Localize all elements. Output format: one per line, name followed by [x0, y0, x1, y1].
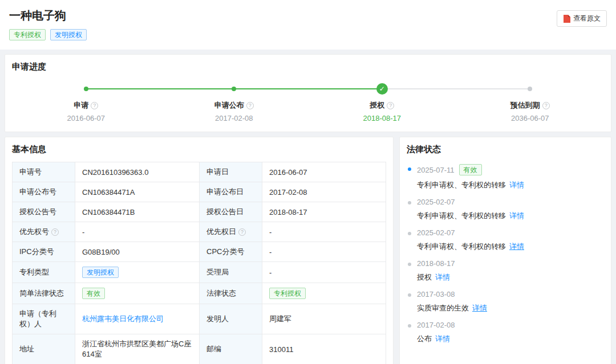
legal-text-row: 实质审查的生效详情: [417, 303, 604, 313]
application-progress-card: 申请进度 申请?2016-06-07申请公布?2017-02-08✓授权?201…: [5, 54, 611, 132]
field-label: 优先权号?: [13, 222, 75, 242]
progress-timeline: 申请?2016-06-07申请公布?2017-02-08✓授权?2018-08-…: [12, 83, 604, 122]
step-date: 2018-08-17: [308, 114, 456, 122]
step-date: 2016-06-07: [12, 114, 160, 122]
field-value: 杭州露韦美日化有限公司: [75, 304, 200, 334]
help-icon[interactable]: ?: [51, 228, 59, 236]
view-original-label: 查看原文: [573, 14, 601, 23]
legal-text-row: 公布详情: [417, 334, 604, 344]
field-label: 地址: [13, 334, 75, 364]
field-value: 2016-06-07: [262, 162, 386, 182]
legal-event-text: 公布: [417, 334, 432, 343]
detail-link[interactable]: 详情: [509, 211, 524, 220]
field-value: CN201610396363.0: [75, 162, 200, 182]
legal-date: 2017-03-08: [417, 290, 455, 298]
progress-line: [382, 88, 456, 89]
detail-link[interactable]: 详情: [435, 273, 450, 281]
step-label: 申请: [74, 101, 88, 109]
field-value: -: [262, 222, 386, 242]
field-value: CN106384471B: [75, 202, 200, 222]
field-value: 发明授权: [75, 262, 200, 283]
legal-date-row: 2025-02-07: [417, 198, 604, 206]
legal-date: 2025-02-07: [417, 228, 455, 237]
check-icon: ✓: [376, 83, 388, 95]
field-label: 授权公告日: [200, 202, 262, 222]
progress-track: [12, 83, 160, 95]
status-badge: 有效: [82, 288, 105, 299]
field-label: 法律状态: [200, 283, 262, 304]
legal-date-row: 2025-07-11有效: [417, 164, 604, 175]
detail-link[interactable]: 详情: [435, 334, 450, 343]
basic-info-row: IPC分类号G08B19/00CPC分类号-: [13, 242, 386, 262]
status-badge: 发明授权: [82, 267, 119, 278]
field-value: CN106384471A: [75, 182, 200, 202]
field-value: 2017-02-08: [262, 182, 386, 202]
legal-date: 2017-02-08: [417, 321, 455, 329]
help-icon[interactable]: ?: [238, 228, 246, 236]
legal-date-row: 2018-08-17: [417, 259, 604, 268]
field-label: 申请公布号: [13, 182, 75, 202]
basic-info-card: 基本信息 申请号CN201610396363.0申请日2016-06-07申请公…: [5, 137, 394, 364]
field-value: -: [262, 242, 386, 262]
field-value: -: [262, 262, 386, 283]
progress-dot: [84, 87, 88, 91]
progress-step: 申请?2016-06-07: [12, 83, 160, 122]
legal-status-card: 法律状态 2025-07-11有效专利申请权、专利权的转移详情2025-02-0…: [399, 137, 611, 364]
field-label: 授权公告号: [13, 202, 75, 222]
step-date: 2017-02-08: [160, 114, 309, 122]
field-label: 受理局: [200, 262, 262, 283]
field-label: CPC分类号: [200, 242, 262, 262]
legal-event-text: 专利申请权、专利权的转移: [417, 181, 506, 189]
timeline-dot: [408, 201, 411, 205]
basic-info-title: 基本信息: [12, 144, 386, 155]
pdf-icon: [563, 15, 570, 23]
field-label: IPC分类号: [13, 242, 75, 262]
field-value: 专利授权: [262, 283, 386, 304]
legal-date: 2018-08-17: [417, 259, 455, 268]
step-label-row: 申请公布?: [160, 100, 309, 111]
step-label: 授权: [370, 101, 384, 109]
field-value: G08B19/00: [75, 242, 200, 262]
status-badge: 专利授权: [269, 288, 306, 299]
field-label: 邮编: [200, 334, 262, 364]
view-original-button[interactable]: 查看原文: [557, 10, 607, 27]
legal-status-item: 2017-02-08公布详情: [407, 321, 604, 351]
progress-line: [308, 88, 382, 89]
detail-link[interactable]: 详情: [472, 304, 487, 312]
basic-info-table: 申请号CN201610396363.0申请日2016-06-07申请公布号CN1…: [12, 162, 386, 364]
timeline-dot: [408, 232, 411, 235]
field-label: 优先权日?: [200, 222, 262, 242]
step-label: 预估到期: [510, 101, 540, 109]
help-icon[interactable]: ?: [387, 102, 394, 109]
legal-status-title: 法律状态: [407, 144, 604, 155]
progress-line: [456, 88, 530, 89]
timeline-dot: [408, 167, 411, 171]
progress-track: ✓: [308, 83, 456, 95]
detail-link[interactable]: 详情: [509, 181, 524, 189]
status-badge: 专利授权: [9, 29, 46, 40]
page-title: 一种电子狗: [9, 8, 607, 23]
help-icon[interactable]: ?: [91, 102, 98, 109]
detail-link[interactable]: 详情: [509, 242, 524, 251]
progress-dot: [232, 87, 236, 91]
content-columns: 基本信息 申请号CN201610396363.0申请日2016-06-07申请公…: [5, 137, 611, 364]
basic-info-row: 申请号CN201610396363.0申请日2016-06-07: [13, 162, 386, 182]
progress-track: [456, 83, 605, 95]
help-icon[interactable]: ?: [542, 102, 550, 109]
progress-step: 预估到期?2036-06-07: [456, 83, 605, 122]
legal-event-text: 实质审查的生效: [417, 304, 469, 312]
field-value: -: [75, 222, 200, 242]
help-icon[interactable]: ?: [246, 102, 254, 109]
legal-event-text: 专利申请权、专利权的转移: [417, 211, 506, 220]
basic-info-row: 专利类型发明授权受理局-: [13, 262, 386, 283]
field-value: 310011: [262, 334, 386, 364]
progress-track: [160, 83, 309, 95]
legal-text-row: 专利申请权、专利权的转移详情: [417, 211, 604, 221]
progress-line: [234, 88, 308, 89]
legal-date-row: 2017-03-08: [417, 290, 604, 298]
basic-info-row: 简单法律状态有效法律状态专利授权: [13, 283, 386, 304]
legal-event-text: 专利申请权、专利权的转移: [417, 242, 506, 251]
entity-link[interactable]: 杭州露韦美日化有限公司: [82, 314, 164, 323]
legal-date-row: 2025-02-07: [417, 228, 604, 237]
basic-info-row: 申请（专利权）人杭州露韦美日化有限公司发明人周建军: [13, 304, 386, 334]
